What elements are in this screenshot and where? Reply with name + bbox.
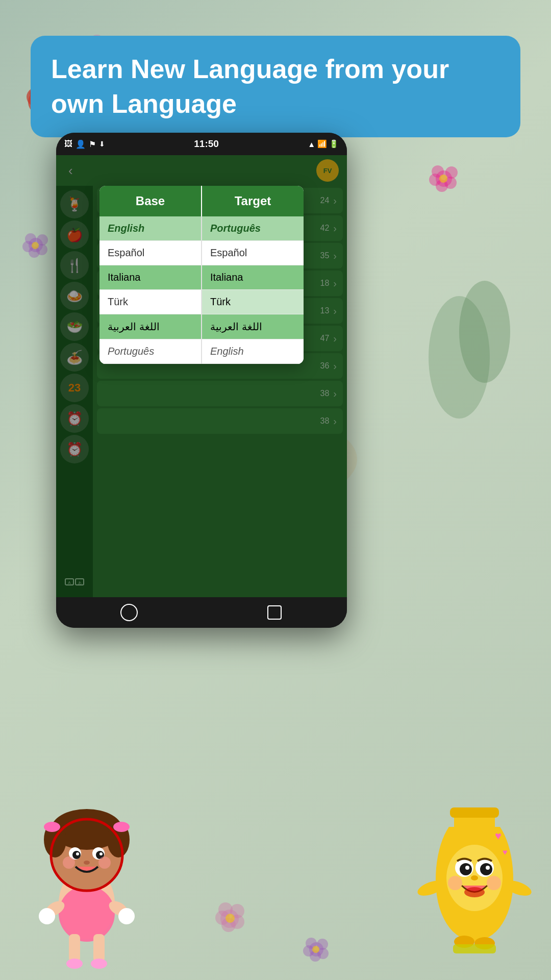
svg-text:♥: ♥	[503, 848, 508, 856]
signal-icon: 📶	[317, 139, 327, 149]
modal-overlay[interactable]: Base Target English Español Italiana Tür…	[56, 155, 347, 597]
download-icon: ⬇	[99, 140, 105, 148]
nav-home-button[interactable]	[117, 600, 141, 625]
target-lang-espanol[interactable]: Español	[202, 241, 304, 265]
svg-point-71	[84, 861, 90, 865]
svg-point-64	[113, 822, 130, 832]
svg-point-72	[63, 856, 75, 869]
base-lang-turk[interactable]: Türk	[99, 290, 201, 314]
svg-point-54	[91, 959, 107, 969]
target-lang-portugues[interactable]: Português	[202, 216, 304, 241]
target-lang-english[interactable]: English	[202, 339, 304, 364]
svg-point-85	[471, 875, 478, 880]
banner-text: Learn New Language from your own Languag…	[51, 52, 500, 121]
status-bar: 🖼 👤 ⚑ ⬇ 11:50 ▲ 📶 🔋	[56, 133, 347, 155]
target-lang-italiana[interactable]: Italiana	[202, 265, 304, 290]
base-lang-english[interactable]: English	[99, 216, 201, 241]
svg-point-86	[448, 876, 462, 890]
svg-point-70	[99, 852, 103, 855]
person-icon: 👤	[76, 139, 86, 149]
svg-point-83	[486, 866, 490, 870]
base-lang-arabic[interactable]: اللغة العربية	[99, 314, 201, 339]
mascot-right: ♥ ♥	[408, 766, 541, 960]
svg-point-84	[464, 887, 485, 897]
phone-frame: 🖼 👤 ⚑ ⬇ 11:50 ▲ 📶 🔋 ‹ FV 🍹 🍎 🍴 🍛 🥗	[56, 133, 347, 628]
svg-point-87	[487, 876, 501, 890]
svg-point-53	[66, 959, 83, 969]
flag-icon: ⚑	[89, 139, 96, 149]
base-lang-espanol[interactable]: Español	[99, 241, 201, 265]
svg-point-50	[59, 886, 115, 942]
language-modal: Base Target English Español Italiana Tür…	[99, 186, 304, 364]
svg-text:♥: ♥	[495, 829, 502, 842]
svg-point-81	[480, 863, 492, 875]
target-column-header: Target	[202, 186, 304, 216]
base-lang-italiana[interactable]: Italiana	[99, 265, 201, 290]
banner: Learn New Language from your own Languag…	[31, 36, 520, 137]
target-lang-turk[interactable]: Türk	[202, 290, 304, 314]
svg-rect-52	[93, 934, 105, 962]
svg-rect-94	[453, 944, 496, 953]
nav-recent-button[interactable]	[262, 600, 287, 625]
mascot-left	[10, 761, 163, 975]
status-left-icons: 🖼 👤 ⚑ ⬇	[64, 139, 105, 149]
wifi-icon: ▲	[308, 140, 315, 149]
svg-point-69	[76, 852, 79, 855]
image-icon: 🖼	[64, 139, 72, 149]
target-lang-arabic[interactable]: اللغة العربية	[202, 314, 304, 339]
base-language-column: English Español Italiana Türk اللغة العر…	[99, 216, 202, 364]
svg-point-63	[44, 822, 60, 832]
base-column-header: Base	[99, 186, 202, 216]
svg-rect-51	[69, 934, 80, 962]
base-lang-portugues[interactable]: Português	[99, 339, 201, 364]
status-time: 11:50	[194, 138, 219, 150]
recent-icon	[267, 605, 282, 620]
app-content: ‹ FV 🍹 🍎 🍴 🍛 🥗 🍝 23 ⏰ ⏰ A あ	[56, 155, 347, 597]
battery-icon: 🔋	[329, 139, 339, 149]
bottom-navigation	[56, 597, 347, 628]
target-language-column: Português Español Italiana Türk اللغة ال…	[202, 216, 304, 364]
status-right-icons: ▲ 📶 🔋	[308, 139, 339, 149]
modal-header: Base Target	[99, 186, 304, 216]
svg-point-57	[39, 908, 55, 924]
svg-point-82	[465, 866, 469, 870]
home-icon	[120, 604, 138, 621]
svg-rect-76	[450, 807, 499, 818]
modal-body: English Español Italiana Türk اللغة العر…	[99, 216, 304, 364]
svg-point-73	[98, 856, 111, 869]
svg-point-80	[460, 863, 472, 875]
svg-point-58	[118, 908, 135, 924]
